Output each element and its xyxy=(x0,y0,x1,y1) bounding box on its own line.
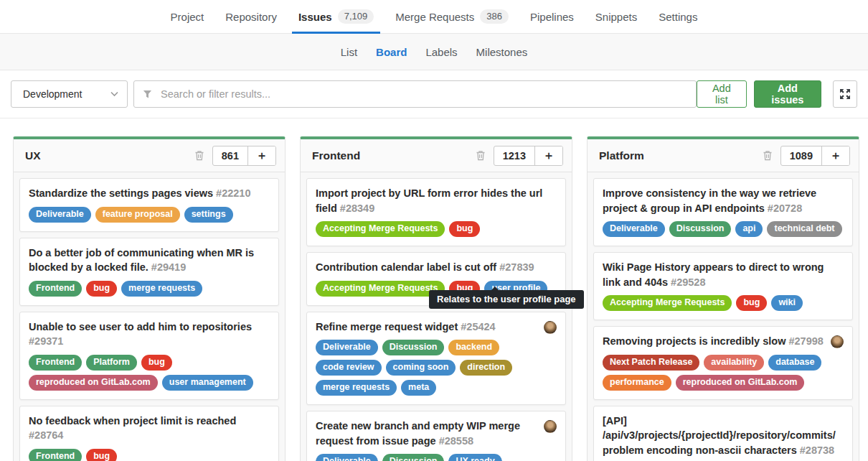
issue-card[interactable]: No feedback when project limit is reache… xyxy=(19,406,279,461)
issue-card[interactable]: Import project by URL form error hides t… xyxy=(306,178,566,246)
label-row: Accepting Merge Requestsbug xyxy=(316,221,557,237)
label-row: DeliverableDiscussionUX readydocs-missin… xyxy=(316,454,557,461)
label-chip-performance[interactable]: performance xyxy=(603,375,671,391)
label-chip-availability[interactable]: availability xyxy=(704,355,764,371)
add-issue-to-list-button[interactable]: ＋ xyxy=(534,146,562,165)
issue-card[interactable]: Improve consistency in the way we retrie… xyxy=(593,178,853,246)
label-chip-frontend[interactable]: Frontend xyxy=(29,449,82,461)
add-issues-button[interactable]: Add issues xyxy=(754,80,821,108)
expand-icon xyxy=(839,88,851,100)
label-chip-next-patch-release[interactable]: Next Patch Release xyxy=(603,355,699,371)
label-chip-accepting-merge-requests[interactable]: Accepting Merge Requests xyxy=(316,221,445,237)
card-title-row: Wiki Page History appears to direct to w… xyxy=(603,260,844,289)
label-chip-bug[interactable]: bug xyxy=(86,449,117,461)
label-chip-bug[interactable]: bug xyxy=(449,221,480,237)
issue-card[interactable]: Removing projects is incredibly slow #27… xyxy=(593,326,853,400)
label-chip-deliverable[interactable]: Deliverable xyxy=(603,221,665,237)
label-chip-accepting-merge-requests[interactable]: Accepting Merge Requests xyxy=(316,281,445,297)
subnav-item-board[interactable]: Board xyxy=(367,46,416,58)
label-chip-frontend[interactable]: Frontend xyxy=(29,355,82,371)
label-chip-deliverable[interactable]: Deliverable xyxy=(316,340,378,355)
search-input[interactable] xyxy=(159,88,687,101)
plus-icon: ＋ xyxy=(830,150,841,162)
issue-card[interactable]: Create new branch and empty WIP merge re… xyxy=(306,411,566,461)
nav-item-label: Pipelines xyxy=(530,11,574,23)
issue-title: Create new branch and empty WIP merge re… xyxy=(316,419,538,448)
issue-number: #28349 xyxy=(340,202,374,214)
label-chip-coming-soon[interactable]: coming soon xyxy=(386,360,456,376)
subnav-item-milestones[interactable]: Milestones xyxy=(467,46,537,58)
trash-icon xyxy=(194,150,204,161)
trash-icon xyxy=(763,150,773,161)
label-chip-bug[interactable]: bug xyxy=(141,355,172,371)
delete-list-button[interactable] xyxy=(763,150,773,161)
subnav-item-labels[interactable]: Labels xyxy=(416,46,466,58)
label-chip-backend[interactable]: backend xyxy=(448,340,499,355)
subnav-item-list[interactable]: List xyxy=(331,46,367,58)
nav-item-pipelines[interactable]: Pipelines xyxy=(519,0,585,33)
nav-item-merge-requests[interactable]: Merge Requests386 xyxy=(385,0,519,33)
label-chip-bug[interactable]: bug xyxy=(736,295,767,311)
issue-card[interactable]: [API] /api/v3/projects/{projectId}/repos… xyxy=(593,406,853,461)
label-chip-meta[interactable]: meta xyxy=(401,380,436,396)
label-chip-settings[interactable]: settings xyxy=(184,207,233,223)
label-chip-platform[interactable]: Platform xyxy=(86,355,137,371)
label-chip-deliverable[interactable]: Deliverable xyxy=(316,454,378,461)
top-nav: ProjectRepositoryIssues7,109Merge Reques… xyxy=(0,0,868,34)
label-chip-direction[interactable]: direction xyxy=(460,360,512,376)
search-filter-box[interactable] xyxy=(133,80,697,108)
delete-list-button[interactable] xyxy=(194,150,204,161)
column-title: UX xyxy=(25,149,194,162)
issue-card[interactable]: Standardize the settings pages views #22… xyxy=(19,178,279,232)
assignee-avatar[interactable] xyxy=(544,420,557,433)
assignee-avatar[interactable] xyxy=(831,335,844,348)
label-chip-merge-requests[interactable]: merge requests xyxy=(316,380,397,396)
card-title-row: No feedback when project limit is reache… xyxy=(29,414,270,443)
label-chip-accepting-merge-requests[interactable]: Accepting Merge Requests xyxy=(603,295,732,311)
plus-icon: ＋ xyxy=(543,150,555,162)
issue-card[interactable]: Refine merge request widget #25424Delive… xyxy=(306,312,566,406)
label-chip-user-management[interactable]: user management xyxy=(162,375,253,391)
label-chip-discussion[interactable]: Discussion xyxy=(669,221,732,237)
issue-card[interactable]: Wiki Page History appears to direct to w… xyxy=(593,252,853,320)
nav-item-settings[interactable]: Settings xyxy=(648,0,708,33)
label-chip-discussion[interactable]: Discussion xyxy=(382,340,445,355)
board-select-dropdown[interactable]: Development xyxy=(11,80,128,108)
add-issue-to-list-button[interactable]: ＋ xyxy=(821,146,849,165)
delete-list-button[interactable] xyxy=(476,150,486,161)
card-title-row: Import project by URL form error hides t… xyxy=(316,186,557,215)
label-chip-bug[interactable]: bug xyxy=(86,281,117,297)
nav-item-label: Snippets xyxy=(595,11,637,23)
issue-card[interactable]: Do a better job of communicating when MR… xyxy=(19,238,279,306)
label-chip-deliverable[interactable]: Deliverable xyxy=(29,207,91,223)
nav-item-label: Project xyxy=(171,11,204,23)
label-chip-discussion[interactable]: Discussion xyxy=(382,454,445,461)
nav-item-snippets[interactable]: Snippets xyxy=(585,0,648,33)
issue-title: Standardize the settings pages views #22… xyxy=(29,186,270,201)
label-chip-feature-proposal[interactable]: feature proposal xyxy=(95,207,180,223)
issue-number: #27839 xyxy=(499,261,534,273)
label-chip-reproduced-on-gitlab-com[interactable]: reproduced on GitLab.com xyxy=(676,375,805,391)
label-chip-wiki[interactable]: wiki xyxy=(771,295,803,311)
nav-item-repository[interactable]: Repository xyxy=(214,0,288,33)
nav-item-issues[interactable]: Issues7,109 xyxy=(288,0,385,33)
fullscreen-button[interactable] xyxy=(833,80,857,108)
issue-title: [API] /api/v3/projects/{projectId}/repos… xyxy=(603,414,844,458)
issue-title: Refine merge request widget #25424 xyxy=(316,320,538,335)
card-title-row: Create new branch and empty WIP merge re… xyxy=(316,419,557,448)
add-issue-to-list-button[interactable]: ＋ xyxy=(247,146,275,165)
label-row: Next Patch Releaseavailabilitydatabasepe… xyxy=(603,355,844,391)
assignee-avatar[interactable] xyxy=(544,321,557,334)
label-chip-code-review[interactable]: code review xyxy=(316,360,382,376)
nav-item-project[interactable]: Project xyxy=(160,0,215,33)
label-chip-database[interactable]: database xyxy=(768,355,821,371)
label-chip-reproduced-on-gitlab-com[interactable]: reproduced on GitLab.com xyxy=(29,375,158,391)
issue-card[interactable]: Unable to see user to add him to reposit… xyxy=(19,312,279,400)
label-chip-merge-requests[interactable]: merge requests xyxy=(121,281,202,297)
plus-icon: ＋ xyxy=(256,150,268,162)
label-chip-api[interactable]: api xyxy=(735,221,763,237)
label-chip-ux-ready[interactable]: UX ready xyxy=(448,454,501,461)
label-chip-frontend[interactable]: Frontend xyxy=(29,281,82,297)
label-chip-technical-debt[interactable]: technical debt xyxy=(767,221,841,237)
add-list-button[interactable]: Add list xyxy=(697,80,747,108)
